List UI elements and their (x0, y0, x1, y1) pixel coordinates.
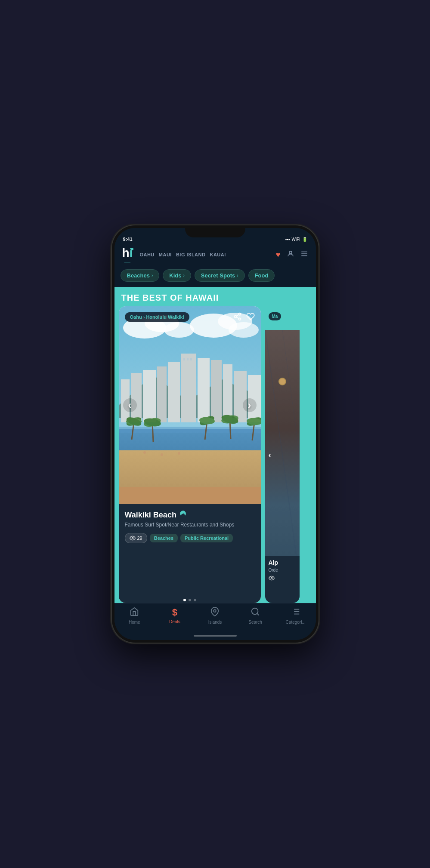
svg-line-63 (257, 613, 259, 615)
share-icon[interactable] (233, 312, 242, 323)
nav-big-island[interactable]: BIG ISLAND (176, 252, 206, 257)
card-image-container: Oahu › Honolulu Waikiki (119, 306, 261, 504)
logo-dot (131, 248, 133, 250)
battery-icon: 🔋 (302, 237, 307, 242)
category-secret-spots-label: Secret Spots (201, 272, 235, 279)
svg-rect-16 (168, 362, 180, 422)
category-beaches[interactable]: Beaches › (121, 269, 160, 282)
card-tags: 29 Beaches Public Recreational (125, 533, 255, 543)
card-info: Waikiki Beach Famous Surf Spot/Near Rest… (119, 504, 261, 595)
svg-line-53 (236, 314, 239, 316)
card-title-row: Waikiki Beach (125, 510, 255, 520)
svg-point-49 (238, 313, 241, 315)
favorite-icon[interactable]: ♥ (276, 250, 281, 259)
views-badge: 29 (125, 533, 147, 543)
profile-icon[interactable] (287, 250, 294, 260)
header-icons: ♥ (276, 250, 308, 260)
wifi-icon: WiFi (292, 237, 300, 242)
partial-card-info: Alp Orde (265, 556, 300, 603)
svg-rect-21 (234, 371, 247, 422)
home-icon (130, 607, 139, 619)
nav-islands[interactable]: Islands (195, 607, 235, 625)
svg-point-60 (271, 577, 272, 579)
card-title: Waikiki Beach (125, 511, 176, 520)
svg-point-10 (229, 322, 259, 338)
signal-icon: ▪▪▪ (285, 237, 290, 242)
beach-scene (119, 306, 261, 504)
section-title: THE BEST OF HAWAII (114, 287, 316, 306)
partial-views-icon (269, 575, 275, 581)
category-beaches-label: Beaches (127, 272, 150, 279)
header: hi __ OAHU MAUI BIG ISLAND KAUAI ♥ (114, 243, 316, 267)
bottom-nav: Home $ Deals Islands (114, 603, 316, 631)
svg-point-50 (234, 316, 236, 318)
chevron-icon: › (152, 273, 153, 278)
svg-rect-27 (119, 427, 261, 433)
card-next-button[interactable]: › (243, 398, 257, 412)
nav-categories-label: Categori... (286, 620, 306, 625)
partial-location-badge: Ma (269, 312, 282, 320)
svg-line-52 (236, 317, 239, 318)
nav-maui[interactable]: MAUI (159, 252, 172, 257)
svg-rect-14 (143, 370, 156, 422)
deals-icon: $ (172, 607, 177, 618)
svg-rect-20 (223, 364, 232, 422)
category-food[interactable]: Food (248, 269, 275, 282)
svg-rect-19 (211, 360, 222, 422)
svg-rect-24 (187, 358, 189, 360)
partial-card-title: Alp (269, 559, 296, 566)
categories-icon (291, 607, 300, 619)
category-secret-spots[interactable]: Secret Spots › (195, 269, 245, 282)
nav-islands-label: Islands (208, 620, 222, 625)
svg-point-45 (143, 451, 146, 454)
card-location-badge: Oahu › Honolulu Waikiki (125, 312, 189, 322)
svg-point-7 (164, 322, 194, 338)
main-content: THE BEST OF HAWAII (114, 287, 316, 603)
menu-icon[interactable] (300, 250, 308, 260)
svg-point-47 (178, 452, 180, 455)
islands-icon (210, 607, 220, 619)
nav-kauai[interactable]: KAUAI (210, 252, 226, 257)
svg-point-59 (279, 378, 286, 385)
nav-search-label: Search (248, 620, 262, 625)
tag-public[interactable]: Public Recreational (180, 534, 233, 542)
nav-home[interactable]: Home (114, 607, 155, 625)
card-waikiki: Oahu › Honolulu Waikiki (119, 306, 261, 603)
search-icon (251, 607, 260, 619)
logo-text: hi (122, 247, 133, 259)
partial-prev-button[interactable]: ‹ (269, 450, 272, 460)
phone-frame: 9:41 ▪▪▪ WiFi 🔋 hi __ OAHU MAUI BIG ISLA… (112, 225, 319, 643)
category-food-label: Food (255, 272, 269, 279)
dot-2[interactable] (189, 599, 191, 601)
svg-rect-25 (190, 358, 192, 360)
category-kids[interactable]: Kids › (163, 269, 191, 282)
nav-deals[interactable]: $ Deals (155, 607, 195, 625)
svg-point-61 (214, 609, 217, 612)
home-indicator (114, 631, 316, 640)
card-partial[interactable]: Ma ‹ Alp Orde (265, 306, 300, 603)
chevron-icon: › (183, 273, 185, 278)
nav-search[interactable]: Search (235, 607, 275, 625)
verified-badge (179, 510, 187, 520)
svg-point-46 (161, 453, 163, 456)
tag-beaches[interactable]: Beaches (150, 534, 178, 542)
svg-point-54 (132, 537, 133, 539)
nav-categories[interactable]: Categori... (275, 607, 316, 625)
svg-rect-18 (198, 358, 210, 422)
cards-row: Oahu › Honolulu Waikiki (114, 306, 316, 603)
svg-rect-23 (183, 358, 185, 360)
svg-rect-15 (157, 366, 167, 422)
dot-3[interactable] (194, 599, 196, 601)
card-dots (119, 595, 261, 603)
partial-card-desc: Orde (269, 568, 296, 573)
nav-links: OAHU MAUI BIG ISLAND KAUAI (139, 252, 270, 257)
card-description: Famous Surf Spot/Near Restaurants and Sh… (125, 521, 255, 529)
save-heart-icon[interactable] (246, 312, 255, 323)
dot-1[interactable] (183, 599, 186, 601)
svg-rect-13 (131, 373, 142, 422)
nav-oahu[interactable]: OAHU (139, 252, 154, 257)
card-prev-button[interactable]: ‹ (123, 398, 137, 412)
categories-bar: Beaches › Kids › Secret Spots › Food (114, 267, 316, 287)
svg-rect-17 (181, 354, 196, 422)
status-time: 9:41 (123, 237, 133, 242)
